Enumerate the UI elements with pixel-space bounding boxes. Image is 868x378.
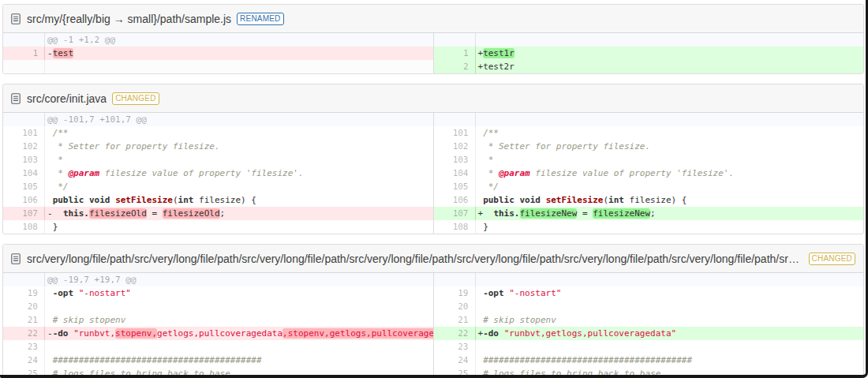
line-number bbox=[434, 113, 476, 126]
diff-row: 21 # skip stopenv bbox=[434, 313, 864, 327]
diff-row: 104 * @param filesize value of property … bbox=[434, 167, 864, 180]
hunk-header-row: @@ -101,7 +101,7 @@ bbox=[3, 113, 433, 126]
diff-row: 102 * Setter for property filesize. bbox=[434, 140, 864, 153]
line-number: 23 bbox=[434, 340, 476, 354]
code-line: * bbox=[476, 153, 864, 167]
code-line: /** bbox=[45, 126, 433, 140]
code-line bbox=[476, 340, 864, 354]
line-number: 22 bbox=[434, 327, 476, 340]
diff-row: 101 /** bbox=[3, 126, 433, 140]
diff-prefix bbox=[47, 155, 53, 165]
diff-row: 106 public void setFilesize(int filesize… bbox=[434, 193, 864, 207]
diff-row: 104 * @param filesize value of property … bbox=[3, 167, 433, 180]
diff-row: 20 bbox=[434, 300, 864, 313]
line-number: 108 bbox=[434, 220, 476, 234]
file-icon bbox=[11, 253, 21, 264]
diff-row: 108 } bbox=[434, 220, 864, 234]
line-number bbox=[3, 273, 45, 286]
line-number bbox=[3, 33, 45, 47]
diff-row: 24 #####################################… bbox=[3, 354, 433, 367]
line-number: 108 bbox=[3, 220, 45, 234]
line-number: 19 bbox=[434, 286, 476, 300]
diff-row: 103 * bbox=[434, 153, 864, 167]
diff-prefix bbox=[47, 182, 53, 192]
line-number: 24 bbox=[434, 354, 476, 367]
diff-prefix bbox=[47, 342, 53, 352]
file-diff-panel: src/my/{really/big → small}/path/sample.… bbox=[2, 4, 864, 74]
diff-prefix bbox=[47, 168, 53, 178]
line-number: 104 bbox=[434, 167, 476, 180]
line-number: 24 bbox=[3, 354, 45, 367]
hunk-header bbox=[476, 273, 864, 286]
code-line bbox=[476, 300, 864, 313]
line-number bbox=[3, 113, 45, 126]
line-number: 101 bbox=[434, 126, 476, 140]
line-number: 21 bbox=[434, 313, 476, 327]
file-status-badge: CHANGED bbox=[809, 253, 855, 265]
diff-row: 25 # logs files to bring back to base bbox=[3, 367, 433, 378]
line-number bbox=[3, 60, 45, 73]
code-line: */ bbox=[45, 180, 433, 193]
line-number: 20 bbox=[3, 300, 45, 313]
diff-pane-left[interactable]: @@ -19,7 +19,7 @@19 -opt "-nostart"20 21… bbox=[3, 273, 433, 378]
diff-row: 105 */ bbox=[434, 180, 864, 193]
diff-pane-left[interactable]: @@ -101,7 +101,7 @@101 /**102 * Setter f… bbox=[3, 113, 433, 234]
file-list: src/my/{really/big → small}/path/sample.… bbox=[2, 4, 864, 378]
line-number: 1 bbox=[434, 47, 476, 60]
diff-split-view: @@ -1 +1,2 @@1-test1+test1r2+test2r bbox=[3, 33, 863, 73]
hunk-header: @@ -1 +1,2 @@ bbox=[45, 33, 433, 47]
code-line: ######################################## bbox=[476, 354, 864, 367]
file-header: src/my/{really/big → small}/path/sample.… bbox=[3, 5, 863, 33]
diff-row: 22--do "runbvt,stopenv,getlogs,pullcover… bbox=[3, 327, 433, 340]
code-line: ######################################## bbox=[45, 354, 433, 367]
diff-row: 106 public void setFilesize(int filesize… bbox=[3, 193, 433, 207]
file-name: src/core/init.java bbox=[27, 92, 107, 105]
hunk-header: @@ -19,7 +19,7 @@ bbox=[45, 273, 433, 286]
line-number: 2 bbox=[434, 60, 476, 73]
file-status-badge: CHANGED bbox=[112, 92, 159, 105]
diff-row: 105 */ bbox=[3, 180, 433, 193]
line-number: 19 bbox=[3, 286, 45, 300]
line-number: 107 bbox=[3, 207, 45, 220]
code-line: # logs files to bring back to base bbox=[476, 367, 864, 378]
diff-row: 25 # logs files to bring back to base bbox=[434, 367, 864, 378]
code-line: +-do "runbvt,getlogs,pullcoveragedata" bbox=[476, 327, 864, 340]
line-number: 105 bbox=[3, 180, 45, 193]
diff-row: 23 bbox=[3, 340, 433, 354]
line-number: 107 bbox=[434, 207, 476, 220]
diff-row: 21 # skip stopenv bbox=[3, 313, 433, 327]
code-line: +test2r bbox=[476, 60, 864, 73]
diff-row: 2+test2r bbox=[434, 60, 864, 73]
line-number: 106 bbox=[3, 193, 45, 207]
code-line: * @param filesize value of property 'fil… bbox=[476, 167, 864, 180]
diff-row: 107+ this.filesizeNew = filesizeNew; bbox=[434, 207, 864, 220]
file-diff-panel: src/core/init.javaCHANGED@@ -101,7 +101,… bbox=[2, 84, 864, 234]
code-line: } bbox=[45, 220, 433, 234]
diff-prefix bbox=[47, 222, 53, 232]
diff-prefix bbox=[478, 301, 484, 312]
code-line: * Setter for property filesize. bbox=[45, 140, 433, 153]
code-line: -test bbox=[45, 47, 433, 60]
code-line: - this.filesizeOld = filesizeOld; bbox=[45, 207, 433, 220]
diff-row: 107- this.filesizeOld = filesizeOld; bbox=[3, 207, 433, 220]
hunk-header-row: @@ -1 +1,2 @@ bbox=[3, 33, 433, 47]
diff-prefix bbox=[47, 369, 53, 378]
line-number: 103 bbox=[3, 153, 45, 167]
hunk-header-row bbox=[434, 113, 864, 126]
line-number: 102 bbox=[3, 140, 45, 153]
diff-pane-right[interactable]: 19 -opt "-nostart"20 21 # skip stopenv22… bbox=[433, 273, 864, 378]
code-line: } bbox=[476, 220, 864, 234]
diff-row: 1-test bbox=[3, 47, 433, 60]
line-number: 105 bbox=[434, 180, 476, 193]
diff-pane-left[interactable]: @@ -1 +1,2 @@1-test bbox=[3, 33, 433, 73]
diff-pane-right[interactable]: 101 /**102 * Setter for property filesiz… bbox=[433, 113, 864, 234]
file-status-badge: RENAMED bbox=[237, 13, 283, 25]
code-line: -opt "-nostart" bbox=[45, 286, 433, 300]
line-number bbox=[434, 273, 476, 286]
diff-row: 101 /** bbox=[434, 126, 864, 140]
diff-split-view: @@ -101,7 +101,7 @@101 /**102 * Setter f… bbox=[3, 113, 863, 234]
diff-row: 108 } bbox=[3, 220, 433, 234]
diff-pane-right[interactable]: 1+test1r2+test2r bbox=[433, 33, 864, 73]
line-number: 102 bbox=[434, 140, 476, 153]
line-number: 1 bbox=[3, 47, 45, 60]
